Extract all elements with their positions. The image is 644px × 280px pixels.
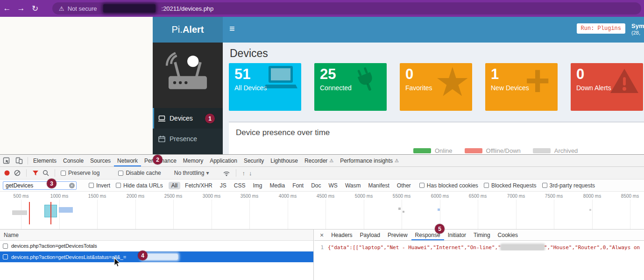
timeline-activity-mark	[59, 207, 73, 213]
tab-label: Network	[117, 158, 138, 164]
devtools-panel: Elements Console Sources Network Perform…	[0, 154, 644, 280]
filter-pill-wasm[interactable]: Wasm	[342, 182, 364, 189]
tab-recorder[interactable]: Recorder⚠	[301, 155, 337, 166]
checkbox[interactable]	[61, 171, 66, 176]
tab-network[interactable]: Network	[114, 155, 141, 166]
tab-payload[interactable]: Payload	[356, 230, 384, 240]
checkbox[interactable]	[484, 183, 489, 188]
timeline-activity-mark	[12, 210, 27, 215]
navbar-user-info[interactable]: Sym (28,	[631, 22, 644, 36]
tab-memory[interactable]: Memory	[180, 155, 206, 166]
tab-security[interactable]: Security	[241, 155, 267, 166]
hamburger-menu-icon[interactable]: ≡	[229, 23, 235, 34]
tab-preview[interactable]: Preview	[384, 230, 411, 240]
close-icon[interactable]: ×	[316, 230, 327, 240]
hide-data-urls-checkbox[interactable]: Hide data URLs	[116, 182, 163, 189]
filter-pill-ws[interactable]: WS	[326, 182, 340, 189]
sidebar: Pi.Alert Devices	[153, 17, 223, 154]
filter-pill-css[interactable]: CSS	[231, 182, 248, 189]
filter-pill-manifest[interactable]: Manifest	[365, 182, 392, 189]
filter-input[interactable]	[3, 181, 77, 190]
filter-input-wrap: ×	[3, 181, 77, 190]
divider	[236, 169, 236, 177]
experiment-warning-icon: ⚠	[395, 158, 399, 163]
tab-elements[interactable]: Elements	[30, 155, 60, 166]
app-navbar: ≡ Run: Plugins Sym (28,	[223, 17, 644, 43]
mouse-cursor	[113, 257, 121, 269]
back-icon[interactable]: ←	[0, 4, 14, 13]
search-icon[interactable]	[42, 170, 49, 176]
disable-cache-checkbox[interactable]: Disable cache	[118, 170, 161, 176]
network-toolbar: Preserve log Disable cache No throttling…	[0, 167, 644, 179]
filter-pill-fetch-xhr[interactable]: Fetch/XHR	[182, 182, 215, 189]
tab-lighthouse[interactable]: Lighthouse	[267, 155, 301, 166]
tab-label: Elements	[33, 158, 57, 164]
blocked-requests-checkbox[interactable]: Blocked Requests	[484, 182, 537, 189]
filter-pill-other[interactable]: Other	[394, 182, 414, 189]
clear-icon[interactable]	[14, 170, 21, 176]
checkbox[interactable]	[542, 183, 547, 188]
tab-console[interactable]: Console	[60, 155, 87, 166]
card-all-devices[interactable]: 51 All Devices	[229, 63, 301, 111]
record-icon[interactable]	[4, 170, 10, 176]
filter-pill-js[interactable]: JS	[217, 182, 229, 189]
experiment-warning-icon: ⚠	[329, 158, 333, 163]
sidebar-item-presence[interactable]: Presence	[153, 129, 223, 149]
card-favorites[interactable]: 0 Favorites ★	[400, 63, 472, 111]
tab-initiator[interactable]: Initiator	[444, 230, 470, 240]
preserve-log-checkbox[interactable]: Preserve log	[61, 170, 99, 176]
checkbox-label: Hide data URLs	[123, 182, 163, 189]
has-blocked-cookies-checkbox[interactable]: Has blocked cookies	[419, 182, 478, 189]
checkbox[interactable]	[3, 254, 8, 259]
export-har-icon[interactable]: ↓	[249, 170, 252, 177]
network-conditions-wifi-icon[interactable]	[223, 170, 230, 176]
filter-pill-font[interactable]: Font	[290, 182, 306, 189]
app-logo[interactable]: Pi.Alert	[153, 17, 223, 43]
card-connected[interactable]: 25 Connected	[314, 63, 387, 111]
checkbox[interactable]	[3, 244, 8, 249]
timeline-tick-label: 4000 ms	[279, 194, 297, 199]
run-plugins-button[interactable]: Run: Plugins	[577, 23, 625, 34]
tab-timing[interactable]: Timing	[470, 230, 494, 240]
sidebar-item-label: Presence	[170, 135, 197, 143]
tab-sources[interactable]: Sources	[87, 155, 114, 166]
filter-pill-media[interactable]: Media	[267, 182, 288, 189]
inspect-element-icon[interactable]	[0, 155, 13, 166]
clear-filter-icon[interactable]: ×	[69, 183, 75, 188]
timeline-tick-label: 2500 ms	[164, 194, 182, 199]
star-icon: ★	[437, 66, 468, 99]
tab-application[interactable]: Application	[206, 155, 241, 166]
network-overview-timeline[interactable]: 500 ms 1000 ms 1500 ms 2000 ms 2500 ms 3…	[0, 192, 644, 230]
tab-label: Recorder	[304, 158, 327, 164]
checkbox[interactable]	[419, 183, 425, 188]
tab-label: Lighthouse	[270, 158, 298, 164]
request-row[interactable]: devices.php?action=getDevicesTotals	[0, 241, 313, 251]
import-har-icon[interactable]: ↑	[242, 170, 245, 177]
third-party-requests-checkbox[interactable]: 3rd-party requests	[542, 182, 595, 189]
page-title: Devices	[223, 43, 644, 60]
address-bar[interactable]: ⚠ Not secure :20211/devices.php	[52, 2, 641, 14]
tab-headers[interactable]: Headers	[327, 230, 356, 240]
checkbox-label: Disable cache	[126, 170, 161, 176]
checkbox[interactable]	[89, 183, 94, 188]
filter-pill-all[interactable]: All	[169, 182, 180, 189]
app-main-content: Devices 51 All Devices 25 Connected	[223, 43, 644, 154]
filter-pill-doc[interactable]: Doc	[308, 182, 324, 189]
response-body-line[interactable]: 1 {"data":[["laptop","Net - Huawei","Int…	[314, 241, 644, 251]
requests-name-column-header[interactable]: Name	[0, 230, 313, 241]
card-new-devices[interactable]: 1 New Devices +	[485, 63, 558, 111]
tab-cookies[interactable]: Cookies	[494, 230, 522, 240]
throttling-dropdown[interactable]: No throttling ▾	[174, 170, 209, 176]
forward-icon[interactable]: →	[14, 4, 28, 13]
request-row-selected[interactable]: devices.php?action=getDevicesList&status…	[0, 251, 313, 262]
device-toolbar-icon[interactable]	[13, 155, 26, 166]
filter-pill-img[interactable]: Img	[250, 182, 265, 189]
card-down-alerts[interactable]: 0 Down Alerts	[571, 63, 643, 111]
tab-performance-insights[interactable]: Performance insights⚠	[337, 155, 402, 166]
reload-icon[interactable]: ↻	[28, 4, 42, 14]
annotation-badge-4: 4	[138, 251, 148, 260]
checkbox[interactable]	[116, 183, 121, 188]
filter-funnel-icon[interactable]	[32, 170, 39, 176]
checkbox[interactable]	[118, 171, 123, 176]
invert-checkbox[interactable]: Invert	[89, 182, 110, 189]
